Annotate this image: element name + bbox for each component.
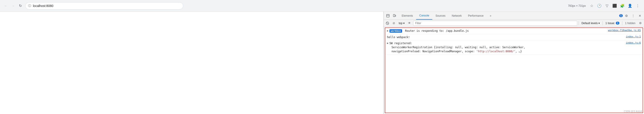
- console-output: ▶ workbox Router is responding to: /app.…: [385, 27, 643, 113]
- default-levels-chevron: ▾: [598, 22, 600, 25]
- devtools-more-icon: ⋮: [632, 14, 635, 17]
- refresh-button[interactable]: ↻: [17, 3, 24, 9]
- devtools-tabs-bar: Elements Console Sources Network Perform…: [384, 12, 644, 20]
- prohibit-icon: ⊘: [393, 21, 395, 25]
- star-button[interactable]: ☆: [588, 2, 595, 9]
- more-menu-button[interactable]: ⋮: [634, 2, 641, 9]
- webpack-entry-text: hello webpack!: [387, 35, 623, 39]
- workbox-source-link[interactable]: workbox-718aa5be.js:65: [608, 29, 641, 32]
- workbox-message: Router is responding to: /app.bundle.js: [405, 29, 469, 32]
- workbox-entry-text: workbox Router is responding to: /app.bu…: [390, 29, 606, 33]
- profile-icon: 👤: [628, 3, 632, 8]
- sw-sub-text1: ServiceWorkerRegistration {installing: n…: [392, 46, 525, 49]
- sw-main-row: ▶ SW registered: index.js:6: [387, 41, 641, 45]
- forward-button[interactable]: →: [10, 3, 16, 9]
- elements-tab-label: Elements: [402, 14, 413, 17]
- history-button[interactable]: 🕐: [596, 2, 603, 9]
- entry-arrow-workbox[interactable]: ▶: [387, 29, 388, 32]
- tab-console[interactable]: Console: [416, 12, 432, 20]
- clear-console-button[interactable]: [385, 20, 390, 26]
- devtools-toolbar: ⊘ top ▾ 👁 Default levels ▾ 1 Issue: 1: [384, 20, 644, 27]
- sw-sub-text2-prefix: navigationPreload: NavigationPreloadMana…: [392, 50, 478, 53]
- back-button[interactable]: ←: [3, 3, 9, 9]
- nav-buttons: ← → ↻: [3, 3, 24, 9]
- sw-entry-text: SW registered:: [390, 41, 623, 45]
- extension-icon2: ⬛: [612, 3, 617, 8]
- hidden-label: 1 hidden: [624, 21, 637, 25]
- toolbar-divider2: [602, 21, 603, 25]
- sw-url: http://localhost:8080/: [478, 50, 514, 53]
- console-tab-label: Console: [419, 14, 429, 17]
- extension-button2[interactable]: ⬛: [611, 2, 618, 9]
- sw-sub-text2-suffix: ', …}: [514, 50, 522, 53]
- workbox-badge: workbox: [390, 29, 402, 33]
- extension-button1[interactable]: ▽: [604, 2, 610, 9]
- device-mode-button[interactable]: [391, 13, 398, 19]
- puzzle-icon: 🧩: [620, 3, 624, 8]
- forward-icon: →: [11, 4, 15, 8]
- devtools-panel: Elements Console Sources Network Perform…: [384, 12, 644, 114]
- profile-button[interactable]: 👤: [626, 2, 634, 9]
- tab-elements[interactable]: Elements: [398, 12, 416, 20]
- undock-area: [385, 12, 398, 20]
- default-levels-button[interactable]: Default levels ▾: [580, 21, 601, 25]
- issues-count: 1: [616, 22, 620, 24]
- refresh-icon: ↻: [19, 3, 22, 8]
- svg-line-5: [386, 22, 388, 24]
- devtools-settings-button[interactable]: ⚙: [623, 13, 630, 19]
- settings-icon: ⚙: [625, 14, 628, 17]
- table-row: hello webpack! index.js:1: [385, 34, 643, 40]
- tab-network[interactable]: Network: [448, 12, 465, 20]
- settings-console-button[interactable]: ⚙: [638, 20, 643, 26]
- main-area: Elements Console Sources Network Perform…: [0, 12, 644, 114]
- tab-sources[interactable]: Sources: [432, 12, 448, 20]
- svg-rect-0: [386, 14, 389, 17]
- network-tab-label: Network: [452, 14, 462, 17]
- sw-expand-arrow[interactable]: ▶: [387, 42, 388, 45]
- devtools-close-button[interactable]: ✕: [637, 13, 643, 19]
- tab-performance[interactable]: Performance: [465, 12, 487, 20]
- browser-toolbar-right: 783px × 731px ☆ 🕐 ▽ ⬛ 🧩 👤 ⋮: [568, 2, 641, 9]
- eye-button[interactable]: 👁: [407, 20, 412, 26]
- default-levels-label: Default levels: [582, 22, 598, 25]
- eye-icon: 👁: [408, 21, 411, 25]
- tab-more[interactable]: »: [487, 12, 494, 20]
- filter-input[interactable]: [413, 21, 577, 26]
- badge-count: 1: [619, 14, 623, 17]
- table-row: ▶ SW registered: index.js:6 ServiceWorke…: [385, 40, 643, 55]
- issues-label: 1 Issue:: [606, 22, 615, 25]
- back-icon: ←: [4, 4, 8, 8]
- webpack-source-link[interactable]: index.js:1: [626, 35, 641, 38]
- extension-icon1: ▽: [606, 3, 608, 8]
- table-row: ▶ workbox Router is responding to: /app.…: [385, 28, 643, 34]
- issues-badge: 1 Issue: 1: [604, 21, 621, 25]
- performance-tab-label: Performance: [468, 14, 484, 17]
- dimension-label: 783px × 731px: [568, 4, 586, 7]
- devtools-more-button[interactable]: ⋮: [630, 13, 636, 19]
- inspect-icon: [386, 14, 390, 17]
- toolbar-divider: [578, 21, 579, 25]
- svg-rect-3: [395, 15, 396, 16]
- browser-chrome: ← → ↻ ⓘ 783px × 731px ☆ 🕐 ▽ ⬛ 🧩 👤: [0, 0, 644, 12]
- inspect-element-button[interactable]: [385, 13, 391, 19]
- star-icon: ☆: [590, 3, 593, 8]
- svg-rect-2: [393, 14, 395, 17]
- extensions-button[interactable]: 🧩: [619, 2, 626, 9]
- sw-sub-row2: navigationPreload: NavigationPreloadMana…: [387, 49, 522, 53]
- context-selector[interactable]: top ▾: [397, 21, 406, 25]
- context-chevron-icon: ▾: [403, 22, 404, 25]
- address-bar[interactable]: ⓘ: [25, 2, 183, 9]
- devtools-tab-icons: 1 ⚙ ⋮ ✕: [619, 12, 644, 20]
- watermark: CSDN @互虎战虎: [624, 110, 642, 113]
- prohibit-button[interactable]: ⊘: [391, 20, 396, 26]
- more-icon: ⋮: [636, 3, 640, 8]
- sw-sub-row1: ServiceWorkerRegistration {installing: n…: [387, 45, 525, 49]
- console-settings-icon: ⚙: [639, 21, 642, 25]
- url-input[interactable]: [33, 4, 180, 8]
- context-selector-label: top: [399, 22, 402, 25]
- toolbar-divider3: [622, 21, 622, 25]
- browser-content: [0, 12, 384, 114]
- clear-icon: [386, 22, 389, 25]
- close-icon: ✕: [638, 14, 641, 17]
- sw-source-link[interactable]: index.js:6: [626, 41, 641, 45]
